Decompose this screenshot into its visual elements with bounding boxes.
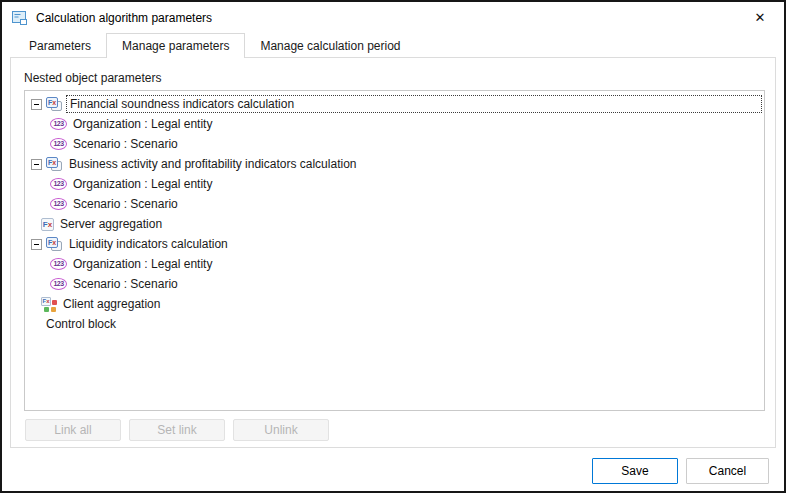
tree-item-scenario-scenario[interactable]: 123Scenario : Scenario bbox=[25, 194, 764, 214]
dialog-icon bbox=[12, 10, 28, 26]
manage-parameters-panel: Nested object parameters FxFinancial sou… bbox=[10, 57, 776, 448]
nested-calc-icon: Fx bbox=[46, 157, 63, 172]
expander-minus-icon[interactable] bbox=[31, 239, 42, 250]
expander-minus-icon[interactable] bbox=[31, 99, 42, 110]
tree-item-server-aggregation[interactable]: FxServer aggregation bbox=[25, 214, 764, 234]
tree-item-label: Scenario : Scenario bbox=[70, 275, 181, 293]
expander-minus-icon[interactable] bbox=[31, 159, 42, 170]
tree-item-control-block[interactable]: Control block bbox=[25, 314, 764, 334]
tree-item-scenario-scenario[interactable]: 123Scenario : Scenario bbox=[25, 134, 764, 154]
close-icon[interactable]: ✕ bbox=[738, 2, 782, 32]
tree-item-label: Control block bbox=[43, 315, 119, 333]
client-aggregation-icon: Fx bbox=[41, 297, 57, 312]
tree-item-client-aggregation[interactable]: FxClient aggregation bbox=[25, 294, 764, 314]
tree-item-label: Business activity and profitability indi… bbox=[66, 155, 359, 173]
tab-parameters[interactable]: Parameters bbox=[14, 34, 106, 57]
tree-item-label: Scenario : Scenario bbox=[70, 135, 181, 153]
set-link-button[interactable]: Set link bbox=[129, 419, 225, 441]
tree-item-financial-soundness-indicators-calculation[interactable]: FxFinancial soundness indicators calcula… bbox=[25, 94, 764, 114]
tree-item-label: Server aggregation bbox=[57, 215, 165, 233]
tree-item-organization-legal-entity[interactable]: 123Organization : Legal entity bbox=[25, 254, 764, 274]
tree-item-liquidity-indicators-calculation[interactable]: FxLiquidity indicators calculation bbox=[25, 234, 764, 254]
tree-item-label: Scenario : Scenario bbox=[70, 195, 181, 213]
nested-calc-icon: Fx bbox=[46, 97, 63, 112]
tab-manage-calculation-period[interactable]: Manage calculation period bbox=[245, 34, 415, 57]
tree-caption: Nested object parameters bbox=[24, 71, 161, 85]
tab-strip: ParametersManage parametersManage calcul… bbox=[14, 33, 416, 57]
tree-item-label: Client aggregation bbox=[60, 295, 163, 313]
tree-item-scenario-scenario[interactable]: 123Scenario : Scenario bbox=[25, 274, 764, 294]
tree-item-label: Organization : Legal entity bbox=[70, 175, 215, 193]
tree-item-label: Financial soundness indicators calculati… bbox=[66, 95, 762, 113]
fx-icon: Fx bbox=[41, 218, 54, 231]
number-param-icon: 123 bbox=[50, 198, 67, 210]
nested-parameters-tree[interactable]: FxFinancial soundness indicators calcula… bbox=[24, 90, 765, 411]
tree-item-organization-legal-entity[interactable]: 123Organization : Legal entity bbox=[25, 174, 764, 194]
number-param-icon: 123 bbox=[50, 258, 67, 270]
number-param-icon: 123 bbox=[50, 118, 67, 130]
tab-manage-parameters[interactable]: Manage parameters bbox=[106, 33, 245, 58]
number-param-icon: 123 bbox=[50, 278, 67, 290]
tree-item-label: Liquidity indicators calculation bbox=[66, 235, 231, 253]
tree-item-label: Organization : Legal entity bbox=[70, 255, 215, 273]
window-title: Calculation algorithm parameters bbox=[36, 11, 212, 25]
calculation-algorithm-parameters-dialog: Calculation algorithm parameters ✕ Param… bbox=[0, 0, 786, 493]
tree-item-organization-legal-entity[interactable]: 123Organization : Legal entity bbox=[25, 114, 764, 134]
cancel-button[interactable]: Cancel bbox=[686, 458, 769, 484]
number-param-icon: 123 bbox=[50, 178, 67, 190]
title-bar: Calculation algorithm parameters ✕ bbox=[2, 2, 784, 35]
nested-calc-icon: Fx bbox=[46, 237, 63, 252]
unlink-button[interactable]: Unlink bbox=[233, 419, 329, 441]
link-all-button[interactable]: Link all bbox=[25, 419, 121, 441]
tree-item-label: Organization : Legal entity bbox=[70, 115, 215, 133]
tree-item-business-activity-and-profitability-indicators-calculation[interactable]: FxBusiness activity and profitability in… bbox=[25, 154, 764, 174]
number-param-icon: 123 bbox=[50, 138, 67, 150]
save-button[interactable]: Save bbox=[592, 458, 678, 484]
